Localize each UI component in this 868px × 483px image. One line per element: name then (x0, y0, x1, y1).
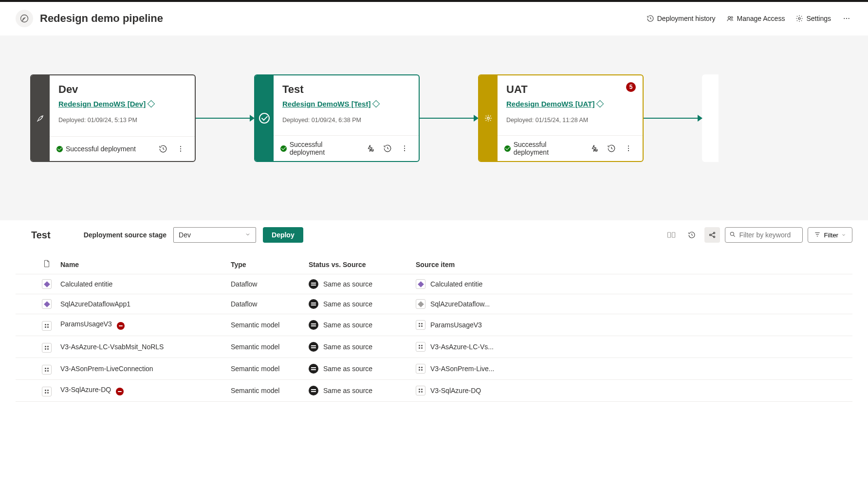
status-text: Same as source (323, 280, 372, 288)
svg-point-5 (846, 18, 847, 19)
svg-point-12 (404, 148, 405, 149)
stage-more-button[interactable] (622, 141, 636, 156)
manage-access-button[interactable]: Manage Access (725, 13, 786, 24)
status-text: Same as source (323, 343, 372, 351)
svg-point-3 (798, 18, 800, 19)
item-name: SqlAzureDataflowApp1 (60, 300, 130, 308)
filter-label: Filter (824, 232, 838, 239)
table-row[interactable]: SqlAzureDataflowApp1 Dataflow Same as so… (16, 294, 852, 314)
content-toolbar: Test Deployment source stage Dev Deploy (0, 220, 868, 250)
svg-point-9 (180, 151, 181, 152)
source-stage-label: Deployment source stage (84, 231, 166, 239)
stage-card-uat[interactable]: 5 UAT Redesign DemoWS [UAT] Deployed: 01… (478, 74, 644, 162)
stage-side-icon (31, 75, 50, 161)
status-text: Same as source (323, 365, 372, 373)
table-row[interactable]: V3-ASonPrem-LiveConnection Semantic mode… (16, 358, 852, 380)
settings-label: Settings (806, 15, 831, 22)
col-type-header[interactable]: Type (227, 255, 305, 274)
svg-point-15 (595, 149, 598, 152)
col-name-header[interactable]: Name (56, 255, 227, 274)
svg-point-14 (487, 117, 490, 120)
stage-title: Test (282, 83, 410, 96)
item-type: Semantic model (227, 358, 305, 380)
source-item-name: ParamsUsageV3 (430, 321, 482, 329)
table-row[interactable]: V3-SqlAzure-DQ Semantic model Same as so… (16, 380, 852, 402)
premium-diamond-icon (372, 100, 380, 108)
view-toggle-button[interactable] (664, 227, 679, 243)
gear-icon (795, 15, 803, 22)
rules-button[interactable] (364, 141, 378, 156)
status-text: Successful deployment (514, 141, 582, 156)
search-icon (729, 231, 736, 239)
stage-title: Dev (58, 83, 186, 96)
source-item-name: Calculated entitie (430, 280, 482, 288)
svg-point-6 (849, 18, 850, 19)
svg-point-1 (728, 17, 730, 19)
items-table: Name Type Status vs. Source Source item … (0, 250, 868, 402)
dataflow-icon (42, 299, 52, 309)
source-item-name: SqlAzureDataflow... (430, 300, 490, 308)
semantic-model-icon (42, 365, 52, 375)
pipeline-icon (16, 10, 33, 27)
settings-button[interactable]: Settings (794, 13, 832, 24)
equals-icon (309, 386, 318, 395)
selected-stage-name: Test (31, 230, 51, 241)
filter-button[interactable]: Filter (808, 227, 852, 243)
stage-more-button[interactable] (173, 142, 188, 156)
table-header-row: Name Type Status vs. Source Source item (16, 255, 852, 274)
history-small-button[interactable] (684, 227, 700, 243)
svg-point-11 (404, 145, 405, 146)
status-text: Same as source (323, 300, 372, 308)
stage-side-icon (255, 75, 274, 161)
filter-icon (814, 231, 821, 239)
dataflow-icon (416, 279, 425, 289)
more-button[interactable] (841, 15, 852, 22)
stage-card-dev[interactable]: Dev Redesign DemoWS [Dev] Deployed: 01/0… (30, 74, 196, 162)
stage-more-button[interactable] (398, 141, 412, 156)
people-icon (726, 15, 734, 22)
semantic-model-icon (42, 321, 52, 331)
source-stage-dropdown[interactable]: Dev (173, 227, 256, 243)
stage-title: UAT (506, 83, 634, 96)
stage-history-button[interactable] (156, 142, 170, 156)
source-item-name: V3-SqlAzure-DQ (430, 387, 481, 394)
svg-point-2 (731, 17, 732, 18)
stage-card-next[interactable] (702, 74, 719, 162)
workspace-link[interactable]: Redesign DemoWS [UAT] (506, 100, 603, 108)
svg-rect-20 (672, 233, 675, 238)
item-name: Calculated entitie (60, 280, 112, 288)
stage-card-test[interactable]: Test Redesign DemoWS [Test] Deployed: 01… (254, 74, 420, 162)
warning-badge (117, 322, 125, 330)
semantic-model-icon (416, 320, 425, 330)
table-row[interactable]: V3-AsAzure-LC-VsabMsit_NoRLS Semantic mo… (16, 336, 852, 358)
lineage-button[interactable] (704, 227, 720, 243)
item-name: V3-ASonPrem-LiveConnection (60, 365, 153, 373)
stage-history-button[interactable] (605, 141, 619, 156)
col-status-header[interactable]: Status vs. Source (305, 255, 412, 274)
svg-point-18 (628, 150, 629, 151)
workspace-link[interactable]: Redesign DemoWS [Dev] (58, 100, 154, 108)
equals-icon (309, 279, 318, 289)
table-row[interactable]: ParamsUsageV3 Semantic model Same as sou… (16, 314, 852, 336)
table-row[interactable]: Calculated entitie Dataflow Same as sour… (16, 274, 852, 294)
svg-point-13 (404, 150, 405, 151)
semantic-model-icon (416, 386, 425, 395)
source-item-name: V3-AsAzure-LC-Vs... (430, 343, 494, 351)
workspace-link[interactable]: Redesign DemoWS [Test] (282, 100, 379, 108)
search-box[interactable] (725, 227, 803, 243)
col-source-header[interactable]: Source item (412, 255, 852, 274)
source-stage-value: Dev (179, 231, 191, 239)
file-icon (43, 261, 50, 269)
equals-icon (309, 320, 318, 330)
semantic-model-icon (416, 364, 425, 374)
success-icon (56, 146, 63, 152)
premium-diamond-icon (596, 100, 604, 108)
status-text: Successful deployment (290, 141, 358, 156)
deployment-history-button[interactable]: Deployment history (646, 13, 717, 24)
stage-history-button[interactable] (381, 141, 395, 156)
manage-access-label: Manage Access (737, 15, 785, 22)
rules-button[interactable] (588, 141, 602, 156)
notification-badge: 5 (626, 82, 636, 92)
status-text: Same as source (323, 321, 372, 329)
deploy-button[interactable]: Deploy (263, 227, 303, 243)
